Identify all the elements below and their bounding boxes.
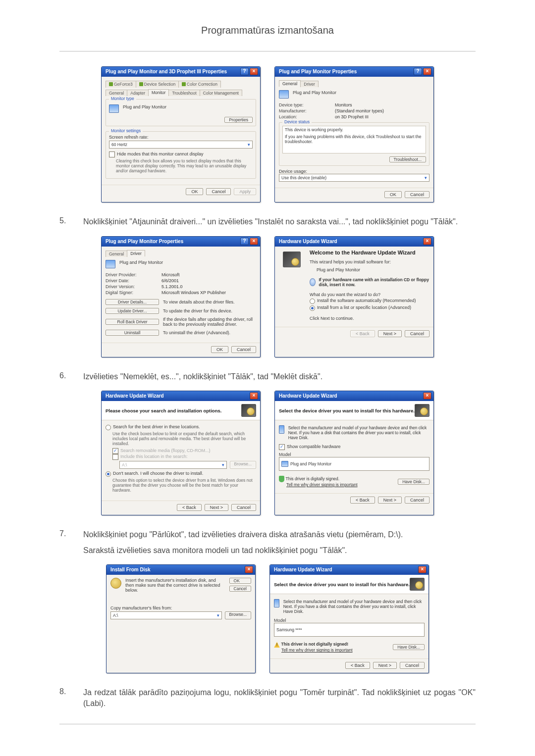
- ok-button[interactable]: OK: [229, 578, 251, 584]
- model-list[interactable]: Samsung ****: [274, 623, 425, 637]
- help-button[interactable]: ?: [240, 68, 249, 75]
- cancel-button[interactable]: Cancel: [405, 330, 429, 337]
- status-textarea: This device is working properly. If you …: [282, 126, 426, 153]
- titlebar: Plug and Play Monitor and 3D Prophet III…: [102, 67, 260, 77]
- tab-general[interactable]: General: [106, 90, 127, 96]
- radio-auto[interactable]: [310, 299, 315, 304]
- titlebar: Hardware Update Wizard ×: [275, 391, 433, 401]
- refresh-combo[interactable]: 60 Hertz ▾: [109, 141, 253, 149]
- driver-details-button[interactable]: Driver Details...: [106, 299, 159, 305]
- back-button[interactable]: < Back: [350, 330, 375, 337]
- device-usage-combo[interactable]: Use this device (enable) ▾: [279, 174, 429, 182]
- hide-modes-checkbox[interactable]: [109, 151, 115, 157]
- close-button[interactable]: ×: [245, 566, 253, 573]
- browse-button[interactable]: Browse...: [225, 611, 251, 619]
- update-driver-button[interactable]: Update Driver...: [106, 308, 159, 314]
- opt-nosrch-desc: Choose this option to select the device …: [112, 478, 256, 493]
- chk-include[interactable]: [112, 454, 118, 460]
- close-button[interactable]: ×: [423, 68, 431, 75]
- close-button[interactable]: ×: [418, 566, 427, 573]
- ok-button[interactable]: OK: [186, 188, 203, 195]
- cancel-button[interactable]: Cancel: [231, 346, 256, 353]
- lbl-version: Driver Version:: [106, 284, 158, 289]
- cancel-button[interactable]: Cancel: [405, 497, 429, 504]
- unsigned-text: This driver is not digitally signed!: [281, 642, 349, 647]
- rollback-driver-button[interactable]: Roll Back Driver: [106, 319, 159, 325]
- pnp-monitor-general-dialog: Plug and Play Monitor Properties ? × Gen…: [274, 66, 434, 202]
- monitor-type-label: Monitor type: [109, 96, 136, 101]
- radio-list[interactable]: [310, 305, 315, 311]
- next-button[interactable]: Next >: [373, 662, 397, 669]
- close-button[interactable]: ×: [250, 392, 258, 400]
- dialog-title: Plug and Play Monitor Properties: [279, 69, 357, 74]
- tab-troubleshoot[interactable]: Troubleshoot: [168, 90, 200, 96]
- continue-text: Click Next to continue.: [310, 316, 429, 321]
- hide-modes-desc: Clearing this check box allows you to se…: [116, 158, 253, 173]
- chk-media[interactable]: ✓: [112, 448, 118, 454]
- desc-details: To view details about the driver files.: [163, 300, 256, 304]
- uninstall-button[interactable]: Uninstall: [106, 330, 159, 336]
- cancel-button[interactable]: Cancel: [231, 504, 256, 511]
- step-text: Noklikšķiniet "Atjaunināt draiveri..." u…: [83, 216, 476, 227]
- back-button[interactable]: < Back: [177, 504, 202, 511]
- ok-button[interactable]: OK: [211, 346, 228, 353]
- have-disk-button[interactable]: Have Disk...: [398, 479, 429, 485]
- troubleshoot-button[interactable]: Troubleshoot...: [389, 156, 426, 162]
- nvidia-icon: [109, 82, 113, 86]
- help-button[interactable]: ?: [240, 238, 249, 245]
- close-button[interactable]: ×: [423, 392, 431, 400]
- select-desc: Select the manufacturer and model of you…: [288, 425, 429, 440]
- apply-button[interactable]: Apply: [234, 188, 256, 195]
- tab-driver[interactable]: Driver: [300, 81, 319, 87]
- tab-device-selection[interactable]: Device Selection: [136, 81, 179, 88]
- chk-include-label: Include this location in the search:: [120, 454, 188, 459]
- cancel-button[interactable]: Cancel: [206, 188, 231, 195]
- wizard-device: Plug and Play Monitor: [317, 267, 429, 272]
- disk-icon: [110, 578, 121, 589]
- chk-compat[interactable]: ✓: [279, 444, 285, 450]
- back-button[interactable]: < Back: [350, 497, 375, 504]
- close-button[interactable]: ×: [250, 238, 258, 245]
- help-button[interactable]: ?: [414, 68, 422, 75]
- monitor-settings-label: Monitor settings: [109, 128, 143, 133]
- tab-general[interactable]: General: [279, 80, 301, 87]
- tab-color-management[interactable]: Color Management: [200, 90, 242, 96]
- radio-search[interactable]: [106, 425, 111, 430]
- next-button[interactable]: Next >: [378, 330, 402, 337]
- back-button[interactable]: < Back: [345, 662, 370, 669]
- close-button[interactable]: ×: [423, 238, 431, 245]
- ok-button[interactable]: OK: [384, 191, 402, 198]
- model-list[interactable]: Plug and Play Monitor: [279, 457, 429, 471]
- refresh-value: 60 Hertz: [111, 142, 127, 147]
- tab-color-correction[interactable]: Color Correction: [178, 81, 221, 88]
- signing-link[interactable]: Tell me why driver signing is important: [286, 482, 358, 487]
- next-button[interactable]: Next >: [205, 504, 228, 511]
- tab-driver[interactable]: Driver: [127, 250, 145, 256]
- monitor-icon: [274, 599, 279, 607]
- step-subtext: Sarakstā izvēlieties sava monitora model…: [83, 545, 476, 556]
- radio-no-search[interactable]: [106, 471, 111, 477]
- cancel-button[interactable]: Cancel: [229, 586, 251, 592]
- what-do-label: What do you want the wizard to do?: [310, 292, 429, 297]
- close-button[interactable]: ×: [250, 68, 258, 75]
- location-combo[interactable]: A:\ ▾: [119, 461, 227, 469]
- cancel-button[interactable]: Cancel: [400, 662, 425, 669]
- banner-text: Select the device driver you want to ins…: [274, 582, 410, 587]
- cd-hint: If your hardware came with an installati…: [319, 277, 429, 287]
- tab-adapter[interactable]: Adapter: [127, 90, 149, 96]
- val-device-type: Monitors: [335, 102, 429, 107]
- have-disk-button[interactable]: Have Disk...: [393, 644, 425, 650]
- next-button[interactable]: Next >: [378, 497, 402, 504]
- copy-from-label: Copy manufacturer's files from:: [110, 605, 251, 610]
- drive-combo[interactable]: A:\ ▾: [110, 611, 222, 619]
- properties-button[interactable]: Properties: [224, 117, 253, 123]
- lbl-date: Driver Date:: [106, 278, 158, 283]
- titlebar: Plug and Play Monitor Properties ? ×: [102, 237, 260, 247]
- signing-link[interactable]: Tell me why driver signing is important: [281, 648, 353, 653]
- tab-general[interactable]: General: [106, 251, 127, 257]
- cancel-button[interactable]: Cancel: [405, 191, 429, 198]
- tab-geforce[interactable]: GeForce3: [106, 81, 136, 88]
- browse-button[interactable]: Browse...: [230, 461, 256, 469]
- tab-monitor[interactable]: Monitor: [148, 89, 169, 96]
- val-manufacturer: (Standard monitor types): [335, 108, 429, 113]
